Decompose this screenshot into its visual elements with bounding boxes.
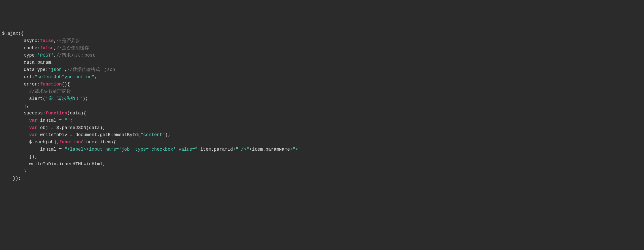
code-token-comment: //数据传输格式：json: [67, 67, 115, 72]
indent: [2, 96, 29, 101]
code-token-comment: //请求失败处理函数: [29, 89, 71, 94]
code-token-keyword: function: [59, 140, 81, 145]
indent: [2, 103, 24, 108]
indent: [2, 67, 24, 72]
code-token-default: );: [165, 132, 170, 137]
code-token-string: "<: [293, 147, 298, 152]
code-token-string: "": [64, 118, 70, 123]
code-line[interactable]: var obj = $.parseJSON(data);: [2, 124, 644, 132]
code-token-default: +item.paramName+: [249, 147, 293, 152]
code-token-default: );: [82, 96, 88, 101]
code-token-string: " />": [236, 147, 249, 152]
indent: [2, 154, 29, 159]
code-token-default: });: [29, 154, 37, 159]
code-token-default: });: [13, 176, 21, 181]
code-line[interactable]: inHtml = "<label><input name='job' type=…: [2, 146, 644, 153]
code-token-string: "selectJobType.action": [35, 74, 95, 79]
code-token-default: ,: [94, 74, 97, 79]
code-line[interactable]: cache:false,//是否使用缓存: [2, 45, 644, 52]
indent: [2, 169, 24, 174]
code-token-default: writeToDiv.innerHTML=inHtml;: [29, 161, 105, 166]
indent: [2, 132, 29, 137]
code-token-string: 'POST': [37, 53, 54, 58]
code-token-default: alert(: [29, 96, 46, 101]
code-line[interactable]: dataType:'json',//数据传输格式：json: [2, 66, 644, 73]
indent: [2, 74, 24, 79]
code-token-default: ,: [54, 46, 56, 51]
code-token-default: (data){: [67, 111, 86, 116]
code-line[interactable]: var writeToDiv = document.getElementById…: [2, 131, 644, 139]
code-line[interactable]: //请求失败处理函数: [2, 88, 644, 95]
code-token-comment: //请求方式：post: [56, 53, 95, 58]
code-line[interactable]: }: [2, 168, 644, 175]
code-token-string: "<label><input name='job' type='checkbox…: [64, 147, 197, 152]
indent: [2, 46, 24, 51]
code-token-keyword: false: [40, 46, 54, 51]
code-line[interactable]: success:function(data){: [2, 110, 644, 117]
code-line[interactable]: },: [2, 102, 644, 110]
code-token-keyword: function: [46, 111, 67, 116]
code-token-string: '亲，请求失败！': [46, 96, 83, 101]
indent: [2, 111, 24, 116]
code-token-default: $.ajax({: [2, 31, 24, 36]
code-line[interactable]: type:'POST',//请求方式：post: [2, 52, 644, 59]
code-token-keyword: var: [29, 125, 37, 130]
indent: [2, 125, 29, 130]
code-token-default: ,: [54, 53, 56, 58]
code-line[interactable]: data:param,: [2, 59, 644, 66]
indent: [2, 89, 29, 94]
code-token-default: },: [24, 103, 29, 108]
indent: [2, 140, 29, 145]
indent: [2, 82, 24, 87]
code-token-default: inHtml =: [37, 118, 64, 123]
indent: [2, 161, 29, 166]
code-token-default: data:param,: [24, 60, 54, 65]
code-token-default: writeToDiv = document.getElementById(: [37, 132, 140, 137]
indent: [2, 118, 29, 123]
code-token-default: +item.paramId+: [198, 147, 236, 152]
code-token-default: url:: [24, 74, 34, 79]
code-token-keyword: var: [29, 118, 37, 123]
indent: [2, 53, 24, 58]
code-token-default: obj = $.parseJSON(data);: [37, 125, 105, 130]
code-token-default: $.each(obj,: [29, 140, 59, 145]
indent: [2, 176, 13, 181]
code-token-default: type:: [24, 53, 37, 58]
indent: [2, 147, 40, 152]
code-line[interactable]: alert('亲，请求失败！');: [2, 95, 644, 102]
code-token-default: (){: [62, 82, 70, 87]
code-token-default: ;: [70, 118, 73, 123]
code-token-default: success:: [24, 111, 45, 116]
code-token-default: }: [24, 169, 26, 174]
code-token-keyword: var: [29, 132, 37, 137]
indent: [2, 60, 24, 65]
code-line[interactable]: });: [2, 153, 644, 160]
code-line[interactable]: $.ajax({: [2, 30, 644, 37]
code-token-comment: //是否异步: [56, 38, 80, 43]
code-token-comment: //是否使用缓存: [56, 46, 89, 51]
code-line[interactable]: async:false,//是否异步: [2, 37, 644, 45]
code-line[interactable]: writeToDiv.innerHTML=inHtml;: [2, 160, 644, 168]
code-line[interactable]: error:function(){: [2, 81, 644, 88]
code-token-default: dataType:: [24, 67, 48, 72]
code-editor[interactable]: $.ajax({ async:false,//是否异步 cache:false,…: [0, 30, 644, 182]
code-token-default: error:: [24, 82, 40, 87]
code-token-default: ,: [64, 67, 67, 72]
code-token-default: ,: [54, 38, 56, 43]
code-token-default: cache:: [24, 46, 40, 51]
code-token-keyword: function: [40, 82, 62, 87]
code-line[interactable]: url:"selectJobType.action",: [2, 73, 644, 81]
indent: [2, 38, 24, 43]
code-token-string: 'json': [48, 67, 65, 72]
code-line[interactable]: });: [2, 175, 644, 182]
code-line[interactable]: $.each(obj,function(index,item){: [2, 139, 644, 146]
code-line[interactable]: var inHtml = "";: [2, 117, 644, 124]
code-token-default: inHtml =: [40, 147, 64, 152]
code-token-default: (index,item){: [81, 140, 116, 145]
code-token-default: async:: [24, 38, 40, 43]
code-token-string: "content": [141, 132, 165, 137]
code-token-keyword: false: [40, 38, 54, 43]
